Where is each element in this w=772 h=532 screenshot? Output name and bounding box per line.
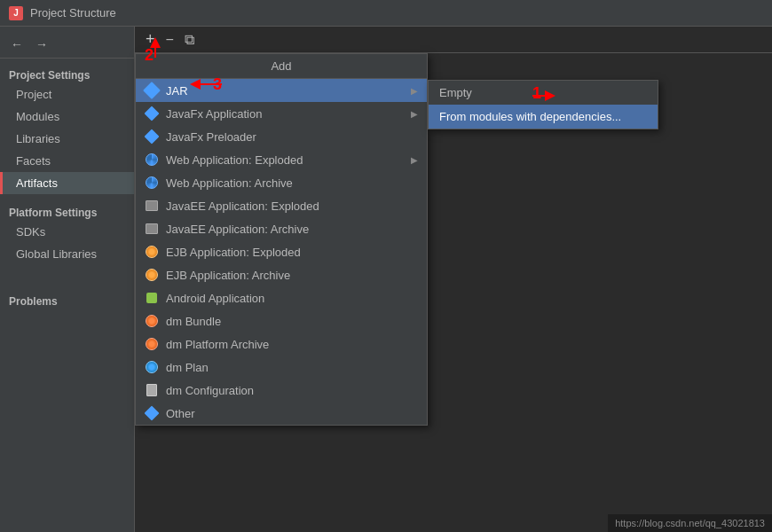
web-archive-icon [145,176,159,190]
add-menu-header: Add [136,54,427,79]
menu-item-jar[interactable]: JAR ▶ [136,79,427,102]
menu-item-ejb-exploded[interactable]: EJB Application: Exploded [136,240,427,263]
menu-item-javaee-exploded[interactable]: JavaEE Application: Exploded [136,194,427,217]
sidebar-item-global-libraries[interactable]: Global Libraries [0,243,134,265]
menu-item-dm-plan[interactable]: dm Plan [136,356,427,379]
dm-bundle-icon [145,314,159,328]
app-icon: J [9,6,23,20]
menu-item-dm-config[interactable]: dm Configuration [136,379,427,402]
menu-item-web-exploded[interactable]: Web Application: Exploded ▶ [136,148,427,171]
menu-item-web-archive[interactable]: Web Application: Archive [136,171,427,194]
menu-item-android[interactable]: Android Application [136,286,427,309]
problems-label: Problems [0,292,134,309]
javaee-archive-icon [145,222,159,236]
sidebar: ← → Project Settings Project Modules Lib… [0,27,135,532]
web-exploded-icon [145,153,159,167]
menu-item-javafx-app[interactable]: JavaFx Application ▶ [136,102,427,125]
javafx-app-arrow: ▶ [411,109,418,119]
dm-platform-icon [145,337,159,351]
title-bar-text: Project Structure [30,6,116,20]
javafx-preloader-icon [145,129,159,144]
add-menu: Add JAR ▶ JavaFx Application ▶ [135,53,428,426]
dm-config-icon [145,383,159,397]
javafx-app-icon [145,106,159,121]
web-exploded-arrow: ▶ [411,155,418,165]
menu-item-javafx-preloader[interactable]: JavaFx Preloader [136,125,427,148]
sidebar-item-artifacts[interactable]: Artifacts [0,172,134,194]
jar-icon [145,83,159,98]
content-area: + − ⧉ Add JAR ▶ [135,27,772,532]
menu-item-ejb-archive[interactable]: EJB Application: Archive [136,263,427,286]
ejb-archive-icon [145,268,159,282]
jar-submenu-arrow: ▶ [411,86,418,96]
jar-submenu: Empty From modules with dependencies... [428,80,658,129]
platform-settings-label: Platform Settings [0,203,134,221]
title-bar: J Project Structure [0,0,772,27]
dm-plan-icon [145,360,159,374]
footer: https://blog.csdn.net/qq_43021813 [608,514,772,532]
dropdown-container: Add JAR ▶ JavaFx Application ▶ [135,27,772,532]
android-icon [145,291,159,305]
sidebar-item-sdks[interactable]: SDKs [0,221,134,243]
main-layout: ← → Project Settings Project Modules Lib… [0,27,772,532]
menu-item-dm-platform[interactable]: dm Platform Archive [136,332,427,356]
sidebar-item-libraries[interactable]: Libraries [0,128,134,150]
menu-item-other[interactable]: Other [136,402,427,425]
menu-item-javaee-archive[interactable]: JavaEE Application: Archive [136,217,427,240]
submenu-item-empty[interactable]: Empty [429,81,658,105]
ejb-exploded-icon [145,245,159,259]
nav-back-button[interactable]: ← [7,35,27,53]
sidebar-item-modules[interactable]: Modules [0,106,134,128]
nav-forward-button[interactable]: → [32,35,51,53]
nav-buttons: ← → [0,31,134,59]
sidebar-item-project[interactable]: Project [0,83,134,106]
project-settings-label: Project Settings [0,66,134,83]
submenu-item-from-modules[interactable]: From modules with dependencies... [429,105,658,129]
other-icon [145,406,159,420]
sidebar-item-facets[interactable]: Facets [0,150,134,172]
menu-item-dm-bundle[interactable]: dm Bundle [136,309,427,332]
javaee-exploded-icon [145,199,159,213]
